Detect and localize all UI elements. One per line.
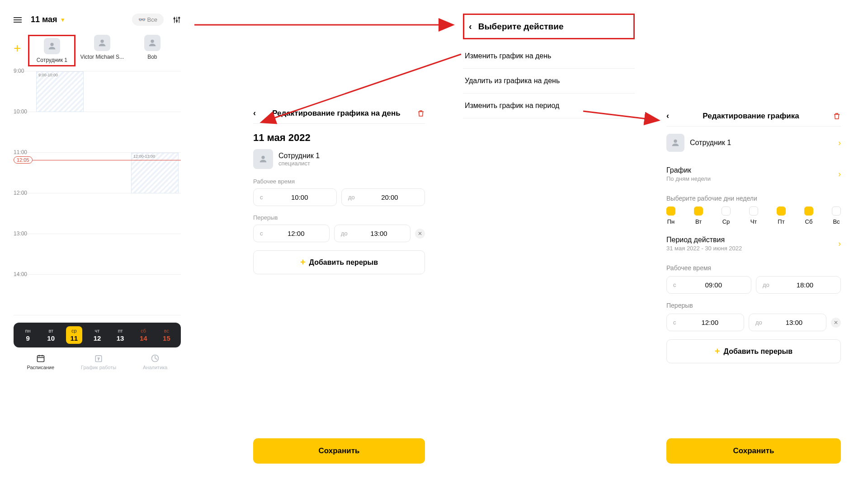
tab-analytics[interactable]: Аналитика [143, 354, 167, 370]
day-checkbox[interactable]: Ср [722, 206, 731, 225]
break-label: Перерыв [253, 214, 425, 221]
from-prefix: с [673, 319, 676, 326]
plus-icon: + [715, 346, 720, 357]
add-employee-button[interactable]: + [14, 41, 21, 56]
break-to-input[interactable]: до13:00 [749, 314, 826, 331]
add-break-button[interactable]: +Добавить перерыв [253, 250, 425, 274]
remove-break-button[interactable]: ✕ [831, 318, 841, 328]
work-time-row: с10:00 до20:00 [253, 188, 425, 206]
time-value: 13:00 [769, 319, 820, 326]
save-button[interactable]: Сохранить [666, 438, 841, 464]
day-checkbox[interactable]: Пт [777, 206, 786, 225]
staff-row: Сотрудник 1 специалист [253, 149, 425, 169]
time-value: 13:00 [354, 230, 404, 237]
plus-icon: + [300, 257, 306, 267]
break-to-input[interactable]: до13:00 [334, 225, 410, 242]
time-from-input[interactable]: с09:00 [666, 276, 751, 294]
day-checkbox[interactable]: Чт [749, 206, 758, 225]
date-selector[interactable]: 11 мая ▼ [31, 15, 66, 24]
menu-item-edit-day[interactable]: Изменить график на день [463, 44, 635, 69]
calendar-header: 11 мая ▼ 👓 Все [14, 14, 181, 26]
week-day[interactable]: ср11 [66, 326, 82, 344]
week-day[interactable]: пн9 [20, 326, 36, 344]
employee-item-selected[interactable]: Сотрудник 1 [28, 35, 75, 66]
chevron-right-icon: › [838, 239, 841, 249]
week-day[interactable]: пт13 [112, 326, 128, 344]
all-filter-button[interactable]: 👓 Все [132, 14, 164, 26]
time-value: 20:00 [361, 193, 418, 201]
tab-label: Аналитика [143, 365, 167, 370]
schedule-link-title: График [666, 166, 711, 174]
week-day[interactable]: вс15 [158, 326, 175, 344]
work-time-row: с09:00 до18:00 [666, 276, 841, 294]
svg-point-7 [100, 40, 104, 43]
days-row: ПнВтСрЧтПтСбВс [666, 206, 841, 225]
hour-label: 14:00 [14, 271, 36, 315]
edit-day-title: Редактирование графика на день [261, 109, 411, 118]
week-day[interactable]: чт12 [89, 326, 105, 344]
hour-label: 11:00 [14, 149, 36, 193]
action-menu-panel: ‹ Выберите действие Изменить график на д… [463, 14, 635, 118]
day-checkbox[interactable]: Пн [666, 206, 675, 225]
tab-label: График работы [81, 365, 116, 370]
menu-item-delete-day[interactable]: Удалить из графика на день [463, 69, 635, 94]
week-day[interactable]: вт10 [43, 326, 59, 344]
period-row[interactable]: Период действия 31 мая 2022 - 30 июня 20… [666, 229, 841, 259]
to-prefix: до [763, 282, 769, 288]
remove-break-button[interactable]: ✕ [415, 229, 425, 239]
tab-work-schedule[interactable]: 7 График работы [81, 354, 116, 370]
employee-name: Сотрудник 1 [37, 57, 67, 63]
tab-schedule[interactable]: Расписание [27, 354, 54, 370]
break-from-input[interactable]: с12:00 [253, 225, 330, 242]
action-menu-title: Выберите действие [478, 22, 564, 32]
day-checkbox[interactable]: Сб [804, 206, 813, 225]
employee-item[interactable]: Victor Michael S... [78, 35, 126, 60]
day-checkbox[interactable]: Вт [694, 206, 703, 225]
edit-period-title: Редактирование графика [675, 112, 827, 121]
svg-point-3 [174, 18, 175, 19]
avatar-icon [144, 35, 160, 51]
menu-icon[interactable] [14, 17, 22, 23]
edit-date: 11 мая 2022 [253, 132, 425, 144]
employee-item[interactable]: Bob [128, 35, 176, 60]
to-prefix: до [348, 194, 355, 201]
hour-label: 13:00 [14, 230, 36, 274]
day-checkbox[interactable]: Вс [832, 206, 841, 225]
back-button[interactable]: ‹ [469, 21, 472, 32]
time-from-input[interactable]: с10:00 [253, 188, 337, 206]
trash-icon[interactable] [833, 112, 841, 120]
back-button[interactable]: ‹ [666, 111, 669, 121]
from-prefix: с [260, 194, 263, 201]
hour-label: 9:00 [14, 68, 36, 112]
svg-point-8 [151, 40, 154, 43]
add-break-button[interactable]: +Добавить перерыв [666, 339, 841, 363]
back-button[interactable]: ‹ [253, 108, 256, 118]
to-prefix: до [341, 230, 348, 237]
employee-name: Victor Michael S... [80, 54, 124, 60]
time-to-input[interactable]: до20:00 [341, 188, 425, 206]
menu-item-edit-period[interactable]: Изменить график на период [463, 94, 635, 118]
trash-icon[interactable] [417, 109, 425, 117]
chevron-right-icon: › [838, 138, 841, 148]
time-to-input[interactable]: до18:00 [756, 276, 841, 294]
schedule-event[interactable]: 9:00-10:00 [36, 71, 84, 112]
week-day[interactable]: сб14 [135, 326, 151, 344]
annotation-arrow [194, 20, 461, 31]
edit-period-header: ‹ Редактирование графика [666, 111, 841, 127]
break-time-row: с12:00 до13:00 ✕ [666, 314, 841, 331]
schedule-type-row[interactable]: График По дням недели › [666, 159, 841, 189]
svg-text:7: 7 [98, 357, 99, 361]
add-break-label: Добавить перерыв [309, 258, 378, 267]
filter-sliders-icon[interactable] [173, 16, 181, 24]
staff-name: Сотрудник 1 [690, 139, 731, 147]
all-label: Все [147, 16, 157, 23]
week-selector: пн9вт10ср11чт12пт13сб14вс15 [14, 323, 181, 347]
save-button[interactable]: Сохранить [253, 438, 425, 464]
avatar-icon [94, 35, 110, 51]
work-time-label: Рабочее время [666, 264, 841, 272]
break-label: Перерыв [666, 302, 841, 309]
schedule-grid[interactable]: 9:00 10:00 11:00 12:00 13:00 14:00 9:00-… [14, 71, 181, 315]
employee-list: + Сотрудник 1 Victor Michael S... Bob [14, 35, 181, 66]
staff-link-row[interactable]: Сотрудник 1 › [666, 127, 841, 159]
break-from-input[interactable]: с12:00 [666, 314, 744, 331]
